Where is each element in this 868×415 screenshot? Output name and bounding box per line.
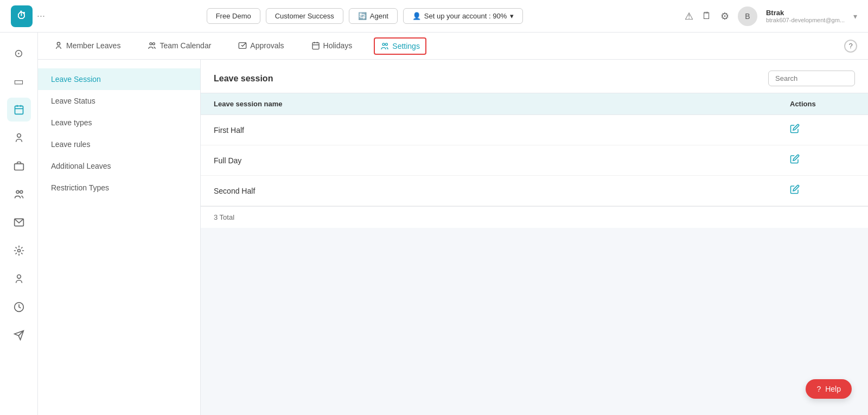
setup-button[interactable]: 👤 Set up your account : 90% ▾ — [403, 8, 523, 24]
svg-point-10 — [17, 275, 21, 279]
table-row: First Half — [201, 115, 868, 145]
search-input[interactable] — [768, 71, 855, 86]
customer-success-button[interactable]: Customer Success — [266, 8, 343, 24]
agent-label: Agent — [370, 12, 388, 20]
user-info: Btrak btrak607-development@gm... — [766, 9, 845, 23]
alert-icon[interactable]: ⚠ — [685, 10, 693, 22]
dropdown-icon: ▾ — [510, 12, 514, 20]
left-sidebar: ⊙ ▭ — [0, 33, 38, 415]
row-2-actions — [790, 154, 855, 167]
edit-icon-row-2[interactable] — [790, 155, 800, 166]
svg-point-16 — [153, 42, 155, 44]
inner-sidebar-additional-leaves[interactable]: Additional Leaves — [38, 155, 200, 177]
header-left: ⏱ ··· — [11, 5, 45, 27]
person-icon: 👤 — [412, 12, 421, 20]
team-calendar-label: Team Calendar — [159, 41, 211, 50]
row-1-actions — [790, 124, 855, 136]
sidebar-icon-person[interactable] — [7, 126, 31, 150]
inner-sidebar-leave-session[interactable]: Leave Session — [38, 68, 200, 90]
user-name: Btrak — [766, 9, 845, 17]
sidebar-icon-user2[interactable] — [7, 267, 31, 291]
help-circle-icon[interactable]: ? — [844, 40, 857, 53]
holidays-label: Holidays — [323, 41, 353, 50]
customer-success-label: Customer Success — [275, 12, 334, 20]
app-logo[interactable]: ⏱ — [11, 5, 33, 27]
inner-sidebar-restriction-types[interactable]: Restriction Types — [38, 177, 200, 199]
sidebar-icon-mail[interactable] — [7, 210, 31, 234]
inner-sidebar-leave-types[interactable]: Leave types — [38, 112, 200, 133]
member-leaves-label: Member Leaves — [66, 41, 120, 50]
help-button[interactable]: ? Help — [806, 379, 852, 399]
sidebar-icon-send[interactable] — [7, 323, 31, 347]
page-title: Leave session — [214, 74, 273, 84]
edit-icon-row-3[interactable] — [790, 186, 800, 196]
edit-icon-row-1[interactable] — [790, 125, 800, 136]
table-container: Leave session name Actions First Half Fu… — [201, 93, 868, 228]
svg-point-4 — [17, 134, 21, 138]
avatar[interactable]: B — [738, 7, 757, 26]
header-right: ⚠ 🗒 ⚙ B Btrak btrak607-development@gm...… — [685, 7, 857, 26]
sidebar-icon-clock[interactable] — [7, 295, 31, 319]
sidebar-icon-settings[interactable] — [7, 239, 31, 263]
gear-icon[interactable]: ⚙ — [720, 10, 729, 22]
agent-button[interactable]: 🔄 Agent — [349, 8, 398, 24]
inner-sidebar-leave-rules[interactable]: Leave rules — [38, 133, 200, 155]
svg-point-15 — [150, 42, 152, 44]
doc-icon[interactable]: 🗒 — [702, 10, 712, 22]
svg-rect-18 — [312, 42, 319, 49]
table-row: Full Day — [201, 145, 868, 176]
svg-point-6 — [16, 190, 19, 193]
sub-nav-team-calendar[interactable]: Team Calendar — [142, 34, 216, 59]
svg-point-22 — [382, 43, 385, 45]
row-3-actions — [790, 184, 855, 197]
user-dropdown-icon[interactable]: ▾ — [853, 12, 857, 21]
svg-point-14 — [57, 42, 60, 45]
sub-nav-approvals[interactable]: Approvals — [233, 34, 289, 59]
total-label: 3 Total — [214, 213, 234, 221]
sub-nav-settings[interactable]: Settings — [374, 37, 426, 55]
help-icon: ? — [816, 385, 821, 393]
setup-label: Set up your account : 90% — [424, 12, 507, 20]
col-header-actions: Actions — [790, 100, 855, 108]
sub-nav-holidays[interactable]: Holidays — [306, 34, 358, 59]
sidebar-icon-dashboard[interactable]: ⊙ — [7, 41, 31, 65]
table-row: Second Half — [201, 176, 868, 206]
col-header-name: Leave session name — [214, 100, 790, 108]
svg-point-9 — [17, 250, 20, 252]
settings-label: Settings — [392, 42, 420, 50]
inner-sidebar-leave-status[interactable]: Leave Status — [38, 90, 200, 112]
main-content: Leave session Leave session name Actions… — [201, 60, 868, 415]
sub-nav: Member Leaves Team Calendar Approvals Ho… — [38, 33, 868, 60]
table-footer: 3 Total — [201, 206, 868, 228]
inner-sidebar: Leave Session Leave Status Leave types L… — [38, 60, 201, 415]
svg-point-7 — [20, 190, 22, 193]
row-1-name: First Half — [214, 126, 790, 135]
agent-icon: 🔄 — [358, 12, 367, 20]
approvals-label: Approvals — [250, 41, 284, 50]
sidebar-icon-briefcase[interactable] — [7, 154, 31, 178]
help-label: Help — [825, 385, 841, 393]
content-area: Leave Session Leave Status Leave types L… — [38, 60, 868, 415]
sub-nav-member-leaves[interactable]: Member Leaves — [49, 34, 126, 59]
row-2-name: Full Day — [214, 156, 790, 165]
sidebar-icon-tv[interactable]: ▭ — [7, 69, 31, 93]
main-header: Leave session — [201, 60, 868, 93]
header-center: Free Demo Customer Success 🔄 Agent 👤 Set… — [207, 8, 524, 24]
row-3-name: Second Half — [214, 187, 790, 195]
sidebar-icon-group[interactable] — [7, 182, 31, 206]
svg-point-23 — [386, 43, 388, 45]
top-header: ⏱ ··· Free Demo Customer Success 🔄 Agent… — [0, 0, 868, 33]
table-header-row: Leave session name Actions — [201, 93, 868, 115]
sidebar-icon-calendar[interactable] — [7, 98, 31, 122]
dots-icon: ··· — [37, 10, 45, 22]
svg-rect-5 — [14, 164, 23, 170]
user-email: btrak607-development@gm... — [766, 17, 845, 23]
free-demo-button[interactable]: Free Demo — [207, 8, 260, 24]
svg-rect-0 — [15, 106, 23, 114]
